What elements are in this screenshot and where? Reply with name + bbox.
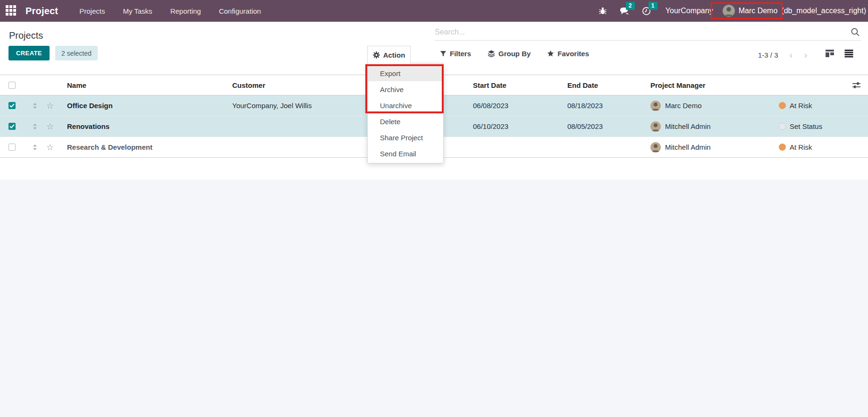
manager-name: Marc Demo xyxy=(665,102,702,110)
manager-avatar xyxy=(650,101,661,111)
user-menu[interactable]: Marc Demo xyxy=(720,4,781,18)
view-switcher xyxy=(825,49,854,58)
search-bar xyxy=(435,24,861,41)
project-end-date: 08/18/2023 xyxy=(559,102,642,110)
status-dot xyxy=(779,144,786,151)
gear-icon xyxy=(373,51,380,59)
drag-handle-icon[interactable] xyxy=(28,144,42,151)
list-view-icon[interactable] xyxy=(844,49,854,58)
nav-item-configuration[interactable]: Configuration xyxy=(210,1,270,21)
action-button-label: Action xyxy=(383,51,405,59)
top-navbar: Project ProjectsMy TasksReportingConfigu… xyxy=(0,0,868,22)
column-header-start-date[interactable]: Start Date xyxy=(464,81,559,89)
status-label: At Risk xyxy=(790,102,812,110)
status-dot xyxy=(779,102,786,109)
status-label: Set Status xyxy=(790,122,822,130)
pager: 1-3 / 3 ‹ › xyxy=(758,51,808,59)
favorite-star-icon[interactable]: ☆ xyxy=(46,102,54,110)
pager-previous-icon[interactable]: ‹ xyxy=(790,51,793,59)
messages-icon[interactable]: 2 xyxy=(619,7,630,16)
pager-range: 1-3 / 3 xyxy=(758,51,778,59)
menu-item-archive[interactable]: Archive xyxy=(368,81,443,97)
favorites-star-icon xyxy=(547,50,554,57)
project-name: Renovations xyxy=(59,122,224,130)
group-by-button[interactable]: Group By xyxy=(488,50,531,58)
drag-handle-icon[interactable] xyxy=(28,123,42,130)
project-start-date: 06/10/2023 xyxy=(464,122,559,130)
kanban-view-icon[interactable] xyxy=(825,49,834,58)
odoo-project-screen: Project ProjectsMy TasksReportingConfigu… xyxy=(0,0,868,417)
project-end-date: 08/05/2023 xyxy=(559,122,642,130)
menu-item-unarchive[interactable]: Unarchive xyxy=(368,97,443,113)
filter-funnel-icon xyxy=(440,51,447,57)
search-facets: Filters Group By Favorites xyxy=(440,50,589,58)
optional-columns-icon[interactable] xyxy=(852,81,861,89)
create-button[interactable]: CREATE xyxy=(8,46,50,60)
favorites-button[interactable]: Favorites xyxy=(547,50,589,58)
menu-item-send-email[interactable]: Send Email xyxy=(368,145,443,162)
column-header-project-manager[interactable]: Project Manager xyxy=(642,81,770,89)
favorite-star-icon[interactable]: ☆ xyxy=(46,143,54,152)
menu-item-export[interactable]: Export xyxy=(368,65,443,81)
menu-item-delete[interactable]: Delete xyxy=(368,113,443,129)
action-dropdown-button[interactable]: Action xyxy=(367,46,411,64)
menu-item-share-project[interactable]: Share Project xyxy=(368,129,443,145)
project-status[interactable]: At Risk xyxy=(779,143,850,151)
activities-count-badge: 1 xyxy=(649,2,657,10)
pager-next-icon[interactable]: › xyxy=(804,51,808,59)
status-label: At Risk xyxy=(790,143,812,151)
app-title[interactable]: Project xyxy=(25,6,58,17)
row-checkbox[interactable] xyxy=(8,123,16,130)
group-by-label: Group By xyxy=(498,50,531,58)
column-header-end-date[interactable]: End Date xyxy=(559,81,642,89)
project-start-date: 06/08/2023 xyxy=(464,102,559,110)
activities-clock-icon[interactable]: 1 xyxy=(642,7,651,16)
user-login-suffix: (db_model_access_right) xyxy=(781,7,866,15)
favorite-star-icon[interactable]: ☆ xyxy=(46,122,54,131)
user-name: Marc Demo xyxy=(739,7,778,15)
apps-grid-icon[interactable] xyxy=(6,5,17,17)
project-name: Office Design xyxy=(59,102,224,110)
search-input[interactable] xyxy=(435,28,851,36)
nav-item-projects[interactable]: Projects xyxy=(70,1,114,21)
user-avatar xyxy=(723,5,735,17)
layers-icon xyxy=(488,50,495,57)
filters-button[interactable]: Filters xyxy=(440,50,471,58)
project-status[interactable]: At Risk xyxy=(779,102,850,110)
row-checkbox[interactable] xyxy=(8,102,16,109)
debug-bug-icon[interactable] xyxy=(598,7,607,15)
select-all-checkbox[interactable] xyxy=(8,82,16,89)
action-dropdown-menu: ExportArchiveUnarchiveDeleteShare Projec… xyxy=(367,63,444,163)
manager-name: Mitchell Admin xyxy=(665,122,711,130)
nav-item-my-tasks[interactable]: My Tasks xyxy=(114,1,161,21)
nav-item-reporting[interactable]: Reporting xyxy=(161,1,210,21)
content-background xyxy=(0,179,868,417)
search-icon[interactable] xyxy=(851,27,860,37)
manager-avatar xyxy=(650,121,661,132)
main-menu: ProjectsMy TasksReportingConfiguration xyxy=(70,1,270,21)
project-status[interactable]: Set Status xyxy=(779,122,850,130)
row-checkbox[interactable] xyxy=(8,144,16,151)
manager-name: Mitchell Admin xyxy=(665,143,711,151)
favorites-label: Favorites xyxy=(557,50,589,58)
column-header-name[interactable]: Name xyxy=(59,81,224,89)
drag-handle-icon[interactable] xyxy=(28,102,42,109)
filters-label: Filters xyxy=(450,50,471,58)
selected-count-badge: 2 selected xyxy=(55,46,98,60)
manager-avatar xyxy=(650,142,661,153)
messages-count-badge: 2 xyxy=(626,2,635,10)
status-dot xyxy=(779,123,786,130)
page-title: Projects xyxy=(9,30,43,41)
project-name: Research & Development xyxy=(59,143,224,151)
company-switcher[interactable]: YourCompany xyxy=(666,7,713,15)
